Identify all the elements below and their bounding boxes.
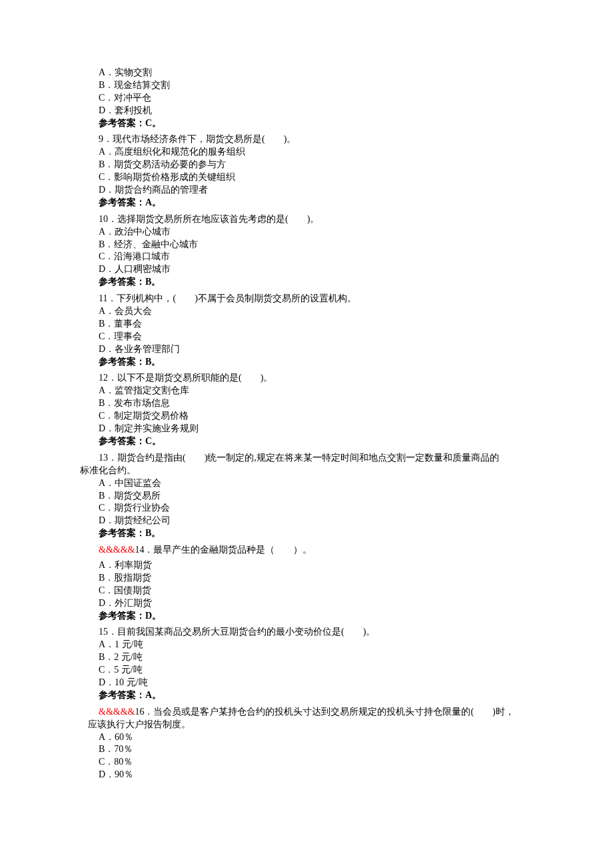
q10-option-d: D．人口稠密城市 — [80, 263, 533, 276]
q10-option-a: A．政治中心城市 — [80, 226, 533, 239]
q10-option-b: B．经济、金融中心城市 — [80, 239, 533, 251]
q15-option-d: D．10 元/吨 — [80, 677, 533, 689]
q8-option-d: D．套利投机 — [80, 105, 533, 117]
q13-option-c: C．期货行业协会 — [80, 502, 533, 515]
q10-option-c: C．沿海港口城市 — [80, 251, 533, 263]
q12-stem: 12．以下不是期货交易所职能的是( )。 — [80, 372, 533, 385]
q13-stem-line2: 标准化合约。 — [80, 465, 533, 477]
q14-stem-text: 14．最早产生的金融期货品种是（ ）。 — [135, 545, 312, 555]
q14-option-a: A．利率期货 — [80, 559, 533, 572]
q9-answer: 参考答案：A。 — [80, 197, 533, 209]
q11-option-c: C．理事会 — [80, 331, 533, 343]
q10-stem: 10．选择期货交易所所在地应该首先考虑的是( )。 — [80, 213, 533, 226]
q16-marker: &&&&& — [99, 707, 135, 717]
q14-option-c: C．国债期货 — [80, 585, 533, 597]
q14-option-d: D．外汇期货 — [80, 597, 533, 610]
q12-option-b: B．发布市场信息 — [80, 397, 533, 410]
q15-option-a: A．1 元/吨 — [80, 639, 533, 651]
q8-answer: 参考答案：C。 — [80, 117, 533, 130]
q8-option-b: B．现金结算交割 — [80, 79, 533, 92]
q9-option-d: D．期货合约商品的管理者 — [80, 184, 533, 197]
q11-answer: 参考答案：B。 — [80, 356, 533, 369]
q14-stem: &&&&&14．最早产生的金融期货品种是（ ）。 — [80, 544, 533, 557]
q16-option-b: B．70％ — [80, 743, 533, 756]
q16-stem-line1: &&&&&16．当会员或是客户某持仓合约的投机头寸达到交易所规定的投机头寸持仓限… — [80, 706, 533, 719]
q16-option-c: C．80％ — [80, 756, 533, 769]
q15-answer: 参考答案：A。 — [80, 689, 533, 702]
q8-options: A．实物交割 B．现金结算交割 C．对冲平仓 D．套利投机 — [80, 67, 533, 117]
q15-option-c: C．5 元/吨 — [80, 664, 533, 677]
q11-option-d: D．各业务管理部门 — [80, 343, 533, 356]
q8-option-a: A．实物交割 — [80, 67, 533, 79]
q9-stem: 9．现代市场经济条件下，期货交易所是( )。 — [80, 133, 533, 146]
q16-stem-text: 16．当会员或是客户某持仓合约的投机头寸达到交易所规定的投机头寸持仓限量的( )… — [135, 707, 514, 717]
q13-option-d: D．期货经纪公司 — [80, 515, 533, 527]
q16-option-a: A．60％ — [80, 731, 533, 744]
q11-stem: 11．下列机构中，( )不属于会员制期货交易所的设置机构。 — [80, 293, 533, 305]
q13-stem-line1: 13．期货合约是指由( )统一制定的,规定在将来某一特定时间和地点交割一定数量和… — [80, 452, 533, 465]
q12-answer: 参考答案：C。 — [80, 435, 533, 448]
q13-option-b: B．期货交易所 — [80, 490, 533, 503]
q16-stem-line2: 应该执行大户报告制度。 — [80, 719, 533, 731]
q11-option-b: B．董事会 — [80, 318, 533, 331]
q15-stem: 15．目前我国某商品交易所大豆期货合约的最小变动价位是( )。 — [80, 626, 533, 639]
q13-answer: 参考答案：B。 — [80, 527, 533, 540]
q9-option-a: A．高度组织化和规范化的服务组织 — [80, 146, 533, 159]
q12-option-d: D．制定并实施业务规则 — [80, 423, 533, 435]
q12-option-a: A．监管指定交割仓库 — [80, 385, 533, 397]
q11-option-a: A．会员大会 — [80, 305, 533, 318]
q8-option-c: C．对冲平仓 — [80, 92, 533, 105]
q9-option-c: C．影响期货价格形成的关键组织 — [80, 171, 533, 184]
q10-answer: 参考答案：B。 — [80, 276, 533, 289]
q12-option-c: C．制定期货交易价格 — [80, 410, 533, 423]
q9-option-b: B．期货交易活动必要的参与方 — [80, 159, 533, 171]
q14-answer: 参考答案：D。 — [80, 610, 533, 623]
q14-option-b: B．股指期货 — [80, 572, 533, 585]
q14-marker: &&&&& — [99, 545, 135, 555]
q13-option-a: A．中国证监会 — [80, 477, 533, 490]
q15-option-b: B．2 元/吨 — [80, 651, 533, 664]
q16-option-d: D．90％ — [80, 769, 533, 781]
